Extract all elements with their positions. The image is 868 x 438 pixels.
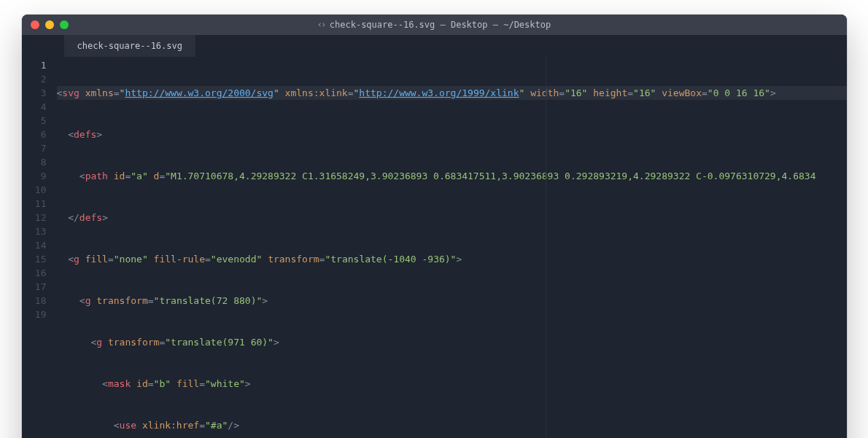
- line-number[interactable]: 9: [22, 169, 47, 183]
- code-line: </defs>: [57, 211, 847, 224]
- code-line: <mask id="b" fill="white">: [57, 377, 847, 391]
- window-title: check-square--16.svg — Desktop — ~/Deskt…: [22, 20, 847, 30]
- line-number[interactable]: 19: [22, 308, 47, 321]
- file-code-icon: [317, 20, 326, 29]
- code-line: <defs>: [57, 128, 847, 141]
- line-number[interactable]: 3: [22, 86, 47, 100]
- line-number[interactable]: 13: [22, 224, 47, 238]
- editor-area[interactable]: 1 2 3 4 5 6 7 8 9 10 11 12 13 14 15 16 1…: [22, 57, 847, 438]
- line-number[interactable]: 12: [22, 211, 47, 224]
- line-number[interactable]: 5: [22, 114, 47, 128]
- code-line: <path id="a" d="M1.70710678,4.29289322 C…: [57, 169, 847, 183]
- code-line: <use xlink:href="#a"/>: [57, 418, 847, 432]
- minimize-icon[interactable]: [45, 20, 54, 29]
- close-icon[interactable]: [31, 20, 39, 29]
- code-line: <g fill="none" fill-rule="evenodd" trans…: [57, 252, 847, 266]
- line-number[interactable]: 1: [22, 58, 47, 72]
- line-number[interactable]: 7: [22, 141, 47, 155]
- gutter: 1 2 3 4 5 6 7 8 9 10 11 12 13 14 15 16 1…: [22, 58, 57, 438]
- line-number[interactable]: 2: [22, 72, 47, 86]
- wrap-guide: [546, 57, 546, 438]
- tab-label: check-square--16.svg: [77, 41, 183, 51]
- line-number[interactable]: 14: [22, 238, 47, 252]
- line-number[interactable]: 17: [22, 280, 47, 294]
- window-title-text: check-square--16.svg — Desktop — ~/Deskt…: [330, 20, 551, 30]
- line-number[interactable]: 8: [22, 155, 47, 169]
- editor-window: check-square--16.svg — Desktop — ~/Deskt…: [22, 15, 847, 438]
- line-number[interactable]: 6: [22, 128, 47, 141]
- code-area[interactable]: <svg xmlns="http://www.w3.org/2000/svg" …: [57, 58, 847, 438]
- line-number[interactable]: 15: [22, 252, 47, 266]
- tab-bar: check-square--16.svg: [22, 35, 847, 57]
- traffic-lights: [31, 20, 69, 29]
- code-line: <svg xmlns="http://www.w3.org/2000/svg" …: [57, 86, 847, 100]
- line-number[interactable]: 11: [22, 197, 47, 211]
- code-line: <g transform="translate(72 880)">: [57, 294, 847, 308]
- line-number[interactable]: 18: [22, 294, 47, 308]
- line-number[interactable]: 10: [22, 183, 47, 197]
- line-number[interactable]: 16: [22, 266, 47, 280]
- tab-check-square[interactable]: check-square--16.svg: [64, 35, 197, 57]
- line-number[interactable]: 4: [22, 100, 47, 114]
- maximize-icon[interactable]: [60, 20, 69, 29]
- titlebar[interactable]: check-square--16.svg — Desktop — ~/Deskt…: [22, 15, 847, 35]
- code-line: <g transform="translate(971 60)">: [57, 335, 847, 349]
